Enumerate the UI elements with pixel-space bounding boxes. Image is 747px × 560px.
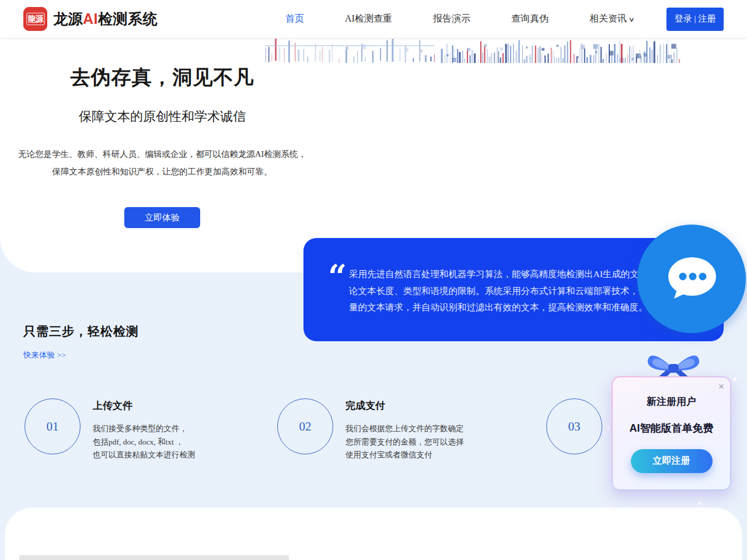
step-line: 您所需要支付的金额，您可以选择: [345, 436, 464, 449]
step-description: 我们接受多种类型的文件， 包括pdf, doc, docx, 和txt ， 也可…: [93, 422, 196, 462]
hero-title: 去伪存真，洞见不凡: [0, 64, 324, 91]
login-register-button[interactable]: 登录 | 注册: [666, 8, 724, 31]
step-upload: 01 上传文件 我们接受多种类型的文件， 包括pdf, doc, docx, 和…: [25, 398, 196, 462]
gift-bow-icon: [644, 348, 703, 380]
step-line: 也可以直接粘贴文本进行检测: [93, 449, 196, 462]
logo-icon: 龍源: [23, 7, 47, 31]
top-nav-bar: 龍源 龙源AI检测系统 首页 AI检测查重 报告演示 查询真伪 相关资讯∨ 登录…: [0, 0, 747, 38]
nav-item-news[interactable]: 相关资讯∨: [589, 13, 634, 25]
step-title: 上传文件: [93, 399, 196, 412]
section-placeholder-bar: [19, 555, 289, 560]
promo-subtitle: AI智能版首单免费: [613, 421, 730, 435]
hero-subtitle: 保障文本的原创性和学术诚信: [0, 108, 324, 125]
chat-support-button[interactable]: [637, 225, 746, 333]
step-line: 使用支付宝或者微信支付: [345, 449, 464, 462]
nav-item-home[interactable]: 首页: [285, 13, 304, 25]
hero-content: 去伪存真，洞见不凡 保障文本的原创性和学术诚信 无论您是学生、教师、科研人员、编…: [0, 64, 324, 228]
hero-description: 无论您是学生、教师、科研人员、编辑或企业，都可以信赖龙源AI检测系统， 保障文本…: [0, 145, 324, 180]
nav-item-report-demo[interactable]: 报告演示: [433, 13, 470, 25]
quote-icon: “: [328, 260, 347, 293]
chevron-down-icon: ∨: [628, 16, 634, 23]
hero-description-line1: 无论您是学生、教师、科研人员、编辑或企业，都可以信赖龙源AI检测系统，: [0, 145, 324, 163]
chat-bubble-icon: [666, 257, 717, 300]
step-description: 我们会根据您上传文件的字数确定 您所需要支付的金额，您可以选择 使用支付宝或者微…: [345, 422, 464, 462]
hero-section: 去伪存真，洞见不凡 保障文本的原创性和学术诚信 无论您是学生、教师、科研人员、编…: [0, 38, 747, 272]
brand[interactable]: 龍源 龙源AI检测系统: [23, 7, 158, 31]
sparkle-dot: [698, 502, 701, 505]
hero-description-line2: 保障文本原创性和知识产权，让您的工作更加高效和可靠。: [0, 163, 324, 180]
step-number-badge: 01: [25, 398, 81, 454]
step-line: 包括pdf, doc, docx, 和txt ，: [93, 436, 196, 449]
step-number-badge: 03: [546, 398, 602, 454]
nav-item-verify[interactable]: 查询真伪: [511, 13, 549, 25]
step-line: 我们会根据您上传文件的字数确定: [345, 422, 464, 436]
quote-text: 采用先进自然语言处理和机器学习算法，能够高精度地检测出AI生成的文本和抄 论文本…: [349, 266, 676, 316]
step-payment: 02 完成支付 我们会根据您上传文件的字数确定 您所需要支付的金额，您可以选择 …: [277, 398, 464, 462]
step-title: 完成支付: [345, 399, 464, 412]
steps-section-title: 只需三步，轻松检测: [23, 323, 139, 340]
promo-popup: × 新注册用户 AI智能版首单免费 立即注册: [612, 348, 731, 491]
data-bars-banner: [266, 38, 681, 63]
nav-item-ai-check[interactable]: AI检测查重: [345, 13, 392, 25]
main-nav: 首页 AI检测查重 报告演示 查询真伪 相关资讯∨ 登录 | 注册: [245, 8, 724, 31]
promo-title: 新注册用户: [613, 377, 730, 408]
sparkle-dot: [733, 377, 736, 381]
brand-title: 龙源AI检测系统: [53, 9, 158, 29]
close-icon[interactable]: ×: [718, 381, 724, 393]
step-line: 我们接受多种类型的文件，: [93, 422, 196, 436]
quote-line1: 采用先进自然语言处理和机器学习算法，能够高精度地检测出AI生成的文本和抄: [349, 266, 676, 283]
quote-line2: 论文本长度、类型和语境的限制。系统采用分布式计算和云端部署技术，快速响: [349, 283, 676, 300]
register-now-button[interactable]: 立即注册: [631, 449, 713, 473]
quote-line3: 量的文本请求，并自动识别和过滤出有效的文本，提高检测效率和准确度。: [349, 299, 676, 316]
promo-card: × 新注册用户 AI智能版首单免费 立即注册: [612, 376, 731, 491]
steps-try-link[interactable]: 快来体验 >>: [23, 350, 66, 360]
next-section-panel: [5, 508, 742, 560]
try-now-button[interactable]: 立即体验: [124, 207, 200, 228]
step-number-badge: 02: [277, 398, 333, 454]
sparkle-dot: [607, 426, 610, 429]
